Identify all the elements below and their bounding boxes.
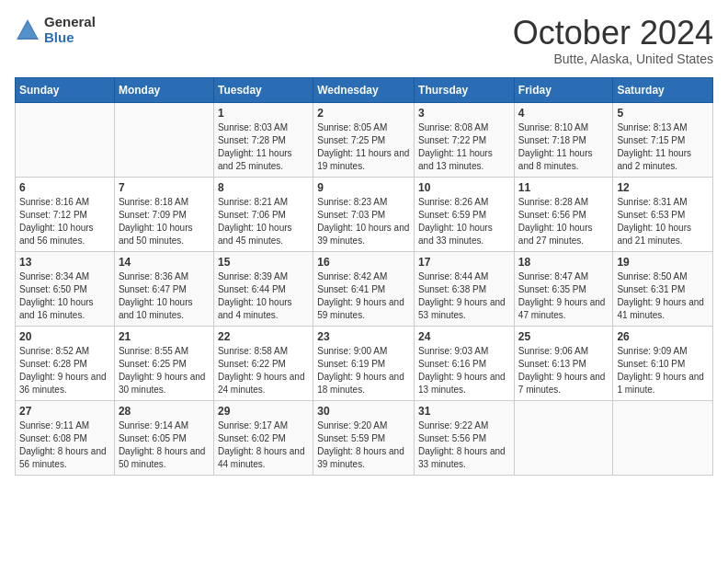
day-number: 2 bbox=[317, 107, 410, 120]
day-number: 31 bbox=[418, 405, 510, 418]
day-info: Sunrise: 8:55 AMSunset: 6:25 PMDaylight:… bbox=[119, 345, 210, 396]
day-cell: 11Sunrise: 8:28 AMSunset: 6:56 PMDayligh… bbox=[514, 177, 613, 251]
day-info: Sunrise: 8:18 AMSunset: 7:09 PMDaylight:… bbox=[119, 196, 210, 247]
day-info: Sunrise: 8:31 AMSunset: 6:53 PMDaylight:… bbox=[617, 196, 709, 247]
day-info: Sunrise: 9:11 AMSunset: 6:08 PMDaylight:… bbox=[19, 419, 110, 471]
day-number: 30 bbox=[317, 405, 410, 418]
day-number: 27 bbox=[19, 405, 110, 418]
day-cell: 17Sunrise: 8:44 AMSunset: 6:38 PMDayligh… bbox=[415, 251, 515, 326]
day-number: 18 bbox=[518, 256, 609, 269]
week-row-5: 27Sunrise: 9:11 AMSunset: 6:08 PMDayligh… bbox=[16, 400, 713, 475]
day-info: Sunrise: 9:09 AMSunset: 6:10 PMDaylight:… bbox=[617, 345, 709, 396]
header-cell-tuesday: Tuesday bbox=[213, 77, 313, 102]
day-cell bbox=[16, 102, 115, 177]
day-cell: 7Sunrise: 8:18 AMSunset: 7:09 PMDaylight… bbox=[114, 177, 213, 251]
day-number: 11 bbox=[518, 181, 609, 194]
day-number: 24 bbox=[418, 330, 510, 343]
day-cell: 24Sunrise: 9:03 AMSunset: 6:16 PMDayligh… bbox=[415, 326, 515, 400]
day-number: 21 bbox=[119, 330, 210, 343]
day-cell: 31Sunrise: 9:22 AMSunset: 5:56 PMDayligh… bbox=[415, 400, 515, 475]
day-info: Sunrise: 8:10 AMSunset: 7:18 PMDaylight:… bbox=[518, 121, 609, 173]
calendar-subtitle: Butte, Alaska, United States bbox=[513, 52, 713, 66]
day-number: 17 bbox=[418, 256, 510, 269]
week-row-4: 20Sunrise: 8:52 AMSunset: 6:28 PMDayligh… bbox=[16, 326, 713, 400]
day-info: Sunrise: 8:36 AMSunset: 6:47 PMDaylight:… bbox=[119, 270, 210, 322]
week-row-2: 6Sunrise: 8:16 AMSunset: 7:12 PMDaylight… bbox=[16, 177, 713, 251]
day-info: Sunrise: 8:47 AMSunset: 6:35 PMDaylight:… bbox=[518, 270, 609, 322]
day-number: 7 bbox=[119, 181, 210, 194]
day-cell: 8Sunrise: 8:21 AMSunset: 7:06 PMDaylight… bbox=[213, 177, 313, 251]
header-cell-saturday: Saturday bbox=[613, 77, 713, 102]
day-info: Sunrise: 9:06 AMSunset: 6:13 PMDaylight:… bbox=[518, 345, 609, 396]
day-cell: 6Sunrise: 8:16 AMSunset: 7:12 PMDaylight… bbox=[16, 177, 115, 251]
calendar-title: October 2024 bbox=[513, 15, 713, 52]
header-cell-wednesday: Wednesday bbox=[313, 77, 415, 102]
week-row-1: 1Sunrise: 8:03 AMSunset: 7:28 PMDaylight… bbox=[16, 102, 713, 177]
day-cell: 2Sunrise: 8:05 AMSunset: 7:25 PMDaylight… bbox=[313, 102, 415, 177]
day-number: 1 bbox=[218, 107, 309, 120]
logo: General Blue bbox=[15, 15, 96, 45]
day-number: 20 bbox=[19, 330, 110, 343]
day-cell: 21Sunrise: 8:55 AMSunset: 6:25 PMDayligh… bbox=[114, 326, 213, 400]
day-cell: 28Sunrise: 9:14 AMSunset: 6:05 PMDayligh… bbox=[114, 400, 213, 475]
day-cell: 25Sunrise: 9:06 AMSunset: 6:13 PMDayligh… bbox=[514, 326, 613, 400]
day-number: 5 bbox=[617, 107, 709, 120]
title-area: October 2024 Butte, Alaska, United State… bbox=[513, 15, 713, 66]
day-info: Sunrise: 8:08 AMSunset: 7:22 PMDaylight:… bbox=[418, 121, 510, 173]
day-info: Sunrise: 8:16 AMSunset: 7:12 PMDaylight:… bbox=[19, 196, 110, 247]
day-cell: 27Sunrise: 9:11 AMSunset: 6:08 PMDayligh… bbox=[16, 400, 115, 475]
header: General Blue October 2024 Butte, Alaska,… bbox=[15, 15, 713, 66]
day-info: Sunrise: 8:26 AMSunset: 6:59 PMDaylight:… bbox=[418, 196, 510, 247]
day-cell: 20Sunrise: 8:52 AMSunset: 6:28 PMDayligh… bbox=[16, 326, 115, 400]
day-cell: 13Sunrise: 8:34 AMSunset: 6:50 PMDayligh… bbox=[16, 251, 115, 326]
day-number: 10 bbox=[418, 181, 510, 194]
day-info: Sunrise: 8:03 AMSunset: 7:28 PMDaylight:… bbox=[218, 121, 309, 173]
day-cell: 1Sunrise: 8:03 AMSunset: 7:28 PMDaylight… bbox=[213, 102, 313, 177]
day-cell: 3Sunrise: 8:08 AMSunset: 7:22 PMDaylight… bbox=[415, 102, 515, 177]
day-cell bbox=[514, 400, 613, 475]
day-info: Sunrise: 8:21 AMSunset: 7:06 PMDaylight:… bbox=[218, 196, 309, 247]
day-info: Sunrise: 9:00 AMSunset: 6:19 PMDaylight:… bbox=[317, 345, 410, 396]
header-cell-thursday: Thursday bbox=[415, 77, 515, 102]
day-info: Sunrise: 8:05 AMSunset: 7:25 PMDaylight:… bbox=[317, 121, 410, 173]
day-cell: 29Sunrise: 9:17 AMSunset: 6:02 PMDayligh… bbox=[213, 400, 313, 475]
header-cell-monday: Monday bbox=[114, 77, 213, 102]
day-number: 23 bbox=[317, 330, 410, 343]
day-cell: 19Sunrise: 8:50 AMSunset: 6:31 PMDayligh… bbox=[613, 251, 713, 326]
day-number: 28 bbox=[119, 405, 210, 418]
day-number: 9 bbox=[317, 181, 410, 194]
day-info: Sunrise: 8:58 AMSunset: 6:22 PMDaylight:… bbox=[218, 345, 309, 396]
day-number: 19 bbox=[617, 256, 709, 269]
day-info: Sunrise: 8:34 AMSunset: 6:50 PMDaylight:… bbox=[19, 270, 110, 322]
day-cell: 22Sunrise: 8:58 AMSunset: 6:22 PMDayligh… bbox=[213, 326, 313, 400]
day-number: 16 bbox=[317, 256, 410, 269]
header-cell-friday: Friday bbox=[514, 77, 613, 102]
logo-blue-label: Blue bbox=[44, 30, 96, 46]
day-info: Sunrise: 8:44 AMSunset: 6:38 PMDaylight:… bbox=[418, 270, 510, 322]
logo-icon bbox=[15, 17, 40, 43]
day-info: Sunrise: 8:28 AMSunset: 6:56 PMDaylight:… bbox=[518, 196, 609, 247]
day-cell: 16Sunrise: 8:42 AMSunset: 6:41 PMDayligh… bbox=[313, 251, 415, 326]
day-number: 4 bbox=[518, 107, 609, 120]
day-number: 6 bbox=[19, 181, 110, 194]
day-number: 25 bbox=[518, 330, 609, 343]
day-number: 8 bbox=[218, 181, 309, 194]
day-info: Sunrise: 8:42 AMSunset: 6:41 PMDaylight:… bbox=[317, 270, 410, 322]
day-cell: 9Sunrise: 8:23 AMSunset: 7:03 PMDaylight… bbox=[313, 177, 415, 251]
day-cell: 26Sunrise: 9:09 AMSunset: 6:10 PMDayligh… bbox=[613, 326, 713, 400]
day-cell: 4Sunrise: 8:10 AMSunset: 7:18 PMDaylight… bbox=[514, 102, 613, 177]
day-cell: 30Sunrise: 9:20 AMSunset: 5:59 PMDayligh… bbox=[313, 400, 415, 475]
day-info: Sunrise: 9:03 AMSunset: 6:16 PMDaylight:… bbox=[418, 345, 510, 396]
day-info: Sunrise: 9:14 AMSunset: 6:05 PMDaylight:… bbox=[119, 419, 210, 471]
calendar-table: SundayMondayTuesdayWednesdayThursdayFrid… bbox=[15, 77, 713, 476]
day-cell bbox=[613, 400, 713, 475]
day-number: 13 bbox=[19, 256, 110, 269]
day-number: 15 bbox=[218, 256, 309, 269]
day-number: 22 bbox=[218, 330, 309, 343]
day-number: 29 bbox=[218, 405, 309, 418]
header-row: SundayMondayTuesdayWednesdayThursdayFrid… bbox=[16, 77, 713, 102]
logo-general-label: General bbox=[44, 15, 96, 30]
header-cell-sunday: Sunday bbox=[16, 77, 115, 102]
day-info: Sunrise: 8:13 AMSunset: 7:15 PMDaylight:… bbox=[617, 121, 709, 173]
svg-marker-1 bbox=[18, 23, 37, 38]
